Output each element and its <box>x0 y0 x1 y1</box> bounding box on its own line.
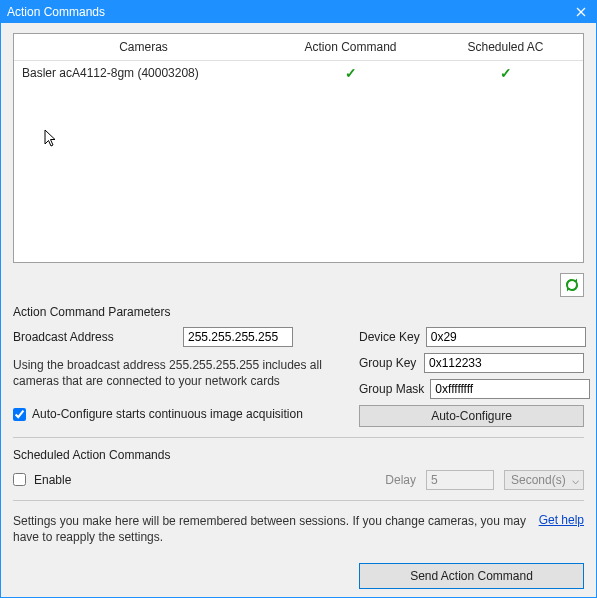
device-key-input[interactable] <box>426 327 586 347</box>
camera-name: Basler acA4112-8gm (40003208) <box>22 66 273 80</box>
titlebar: Action Commands <box>1 1 596 23</box>
params-section-title: Action Command Parameters <box>13 305 584 319</box>
cursor-icon <box>44 129 60 149</box>
scheduled-section-title: Scheduled Action Commands <box>13 448 584 462</box>
close-button[interactable] <box>566 1 596 23</box>
group-mask-input[interactable] <box>430 379 590 399</box>
group-mask-label: Group Mask <box>359 382 424 396</box>
divider <box>13 500 584 501</box>
col-header-action-command[interactable]: Action Command <box>273 40 428 54</box>
get-help-link[interactable]: Get help <box>539 513 584 527</box>
broadcast-address-input[interactable] <box>183 327 293 347</box>
delay-input <box>426 470 494 490</box>
autoconfigure-button[interactable]: Auto-Configure <box>359 405 584 427</box>
enable-scheduled-checkbox[interactable] <box>13 473 26 486</box>
autoconfigure-checkbox-label: Auto-Configure starts continuous image a… <box>32 407 303 421</box>
grid-header: Cameras Action Command Scheduled AC <box>14 34 583 61</box>
refresh-icon <box>564 277 580 293</box>
col-header-scheduled-ac[interactable]: Scheduled AC <box>428 40 583 54</box>
col-header-cameras[interactable]: Cameras <box>14 40 273 54</box>
delay-unit-value: Second(s) <box>511 473 566 487</box>
sc-check-icon: ✓ <box>428 65 583 81</box>
device-key-label: Device Key <box>359 330 420 344</box>
group-key-input[interactable] <box>424 353 584 373</box>
send-action-command-button[interactable]: Send Action Command <box>359 563 584 589</box>
delay-label: Delay <box>385 473 416 487</box>
chevron-down-icon: ⌵ <box>572 473 579 487</box>
table-row[interactable]: Basler acA4112-8gm (40003208) ✓ ✓ <box>14 61 583 85</box>
action-commands-window: Action Commands Cameras Action Command S… <box>0 0 597 598</box>
divider <box>13 437 584 438</box>
autoconfigure-checkbox[interactable] <box>13 408 26 421</box>
close-icon <box>576 7 586 17</box>
broadcast-hint: Using the broadcast address 255.255.255.… <box>13 357 349 389</box>
delay-unit-select: Second(s) ⌵ <box>504 470 584 490</box>
dialog-body: Cameras Action Command Scheduled AC Basl… <box>1 23 596 597</box>
window-title: Action Commands <box>7 5 566 19</box>
ac-check-icon: ✓ <box>273 65 428 81</box>
broadcast-address-label: Broadcast Address <box>13 330 177 344</box>
enable-scheduled-label: Enable <box>34 473 71 487</box>
settings-persistence-note: Settings you make here will be remembere… <box>13 513 531 545</box>
refresh-button[interactable] <box>560 273 584 297</box>
cameras-grid[interactable]: Cameras Action Command Scheduled AC Basl… <box>13 33 584 263</box>
group-key-label: Group Key <box>359 356 418 370</box>
